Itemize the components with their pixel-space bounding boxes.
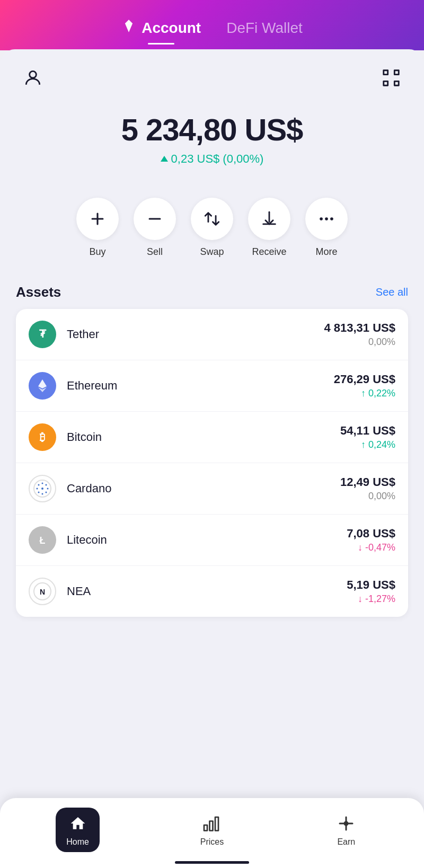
ada-values: 12,49 US$ 0,00% xyxy=(340,475,395,502)
btc-logo: ₿ xyxy=(29,423,56,451)
prices-label: Prices xyxy=(200,837,224,847)
ltc-logo: Ł xyxy=(29,526,56,554)
profile-button[interactable] xyxy=(19,64,47,92)
tether-name: Tether xyxy=(67,327,324,341)
nea-logo: N xyxy=(29,578,56,605)
defi-tab[interactable]: DeFi Wallet xyxy=(214,14,315,42)
svg-text:₮: ₮ xyxy=(39,328,47,340)
btc-pct: ↑ 0,24% xyxy=(340,439,395,450)
main-card: 5 234,80 US$ 0,23 US$ (0,00%) Buy S xyxy=(0,49,424,867)
swap-action[interactable]: Swap xyxy=(191,198,233,258)
btc-name: Bitcoin xyxy=(67,430,340,444)
ada-usd: 12,49 US$ xyxy=(340,475,395,489)
asset-row-nea[interactable]: N NEA 5,19 US$ ↓ -1,27% xyxy=(16,566,408,617)
more-action[interactable]: More xyxy=(305,198,348,258)
svg-rect-28 xyxy=(204,825,207,831)
top-icons-row xyxy=(0,49,424,97)
svg-point-16 xyxy=(42,493,43,494)
receive-action[interactable]: Receive xyxy=(248,198,290,258)
ltc-usd: 7,08 US$ xyxy=(347,527,395,541)
home-icon xyxy=(67,813,89,834)
svg-rect-29 xyxy=(209,821,213,831)
ltc-pct: ↓ -0,47% xyxy=(347,542,395,553)
eth-logo xyxy=(29,372,56,400)
nea-name: NEA xyxy=(67,584,347,598)
svg-point-0 xyxy=(30,71,37,78)
assets-section: Assets See all ₮ Tether 4 813,31 US$ 0,0… xyxy=(0,273,424,617)
svg-point-4 xyxy=(320,217,323,220)
prices-icon xyxy=(201,813,223,834)
nea-pct: ↓ -1,27% xyxy=(347,594,395,605)
ada-name: Cardano xyxy=(67,482,340,495)
nav-home[interactable]: Home xyxy=(11,808,145,852)
svg-text:₿: ₿ xyxy=(40,431,45,443)
eth-usd: 276,29 US$ xyxy=(334,373,395,386)
earn-label: Earn xyxy=(337,837,355,847)
ltc-name: Litecoin xyxy=(67,533,347,547)
svg-point-23 xyxy=(41,488,43,490)
btc-values: 54,11 US$ ↑ 0,24% xyxy=(340,424,395,450)
home-pill: Home xyxy=(56,808,100,852)
see-all-button[interactable]: See all xyxy=(376,286,408,298)
more-label: More xyxy=(315,246,337,258)
tether-usd: 4 813,31 US$ xyxy=(324,321,395,335)
change-amount: 0,23 US$ xyxy=(171,152,220,166)
tether-logo: ₮ xyxy=(29,321,56,348)
buy-label: Buy xyxy=(89,246,105,258)
asset-row-ltc[interactable]: Ł Litecoin 7,08 US$ ↓ -0,47% xyxy=(16,515,408,566)
balance-amount: 5 234,80 US$ xyxy=(11,113,413,147)
swap-circle xyxy=(191,198,233,240)
assets-header: Assets See all xyxy=(16,284,408,300)
svg-point-33 xyxy=(344,822,348,825)
svg-text:N: N xyxy=(40,588,45,596)
asset-row-eth[interactable]: Ethereum 276,29 US$ ↑ 0,22% xyxy=(16,360,408,412)
nea-usd: 5,19 US$ xyxy=(347,578,395,592)
receive-label: Receive xyxy=(252,246,286,258)
sell-label: Sell xyxy=(147,246,163,258)
svg-rect-30 xyxy=(215,817,218,831)
asset-row-btc[interactable]: ₿ Bitcoin 54,11 US$ ↑ 0,24% xyxy=(16,412,408,463)
btc-usd: 54,11 US$ xyxy=(340,424,395,438)
svg-point-22 xyxy=(38,491,40,493)
more-circle xyxy=(305,198,348,240)
change-pct: (0,00%) xyxy=(223,152,263,166)
asset-list: ₮ Tether 4 813,31 US$ 0,00% xyxy=(16,309,408,617)
svg-text:Ł: Ł xyxy=(40,535,46,546)
up-arrow-icon xyxy=(161,156,168,162)
tether-pct: 0,00% xyxy=(324,336,395,348)
asset-row-ada[interactable]: Cardano 12,49 US$ 0,00% xyxy=(16,463,408,515)
nav-prices[interactable]: Prices xyxy=(145,813,279,847)
tether-values: 4 813,31 US$ 0,00% xyxy=(324,321,395,348)
asset-row-tether[interactable]: ₮ Tether 4 813,31 US$ 0,00% xyxy=(16,309,408,360)
svg-point-17 xyxy=(37,488,38,489)
account-tab[interactable]: Account xyxy=(109,13,214,42)
scan-button[interactable] xyxy=(377,64,405,92)
account-tab-label: Account xyxy=(142,20,201,37)
sell-circle xyxy=(134,198,176,240)
svg-point-18 xyxy=(47,488,49,489)
diamond-icon xyxy=(121,19,136,37)
svg-point-15 xyxy=(42,482,43,484)
bottom-indicator xyxy=(175,861,249,864)
svg-point-5 xyxy=(325,217,328,220)
swap-label: Swap xyxy=(200,246,224,258)
defi-tab-label: DeFi Wallet xyxy=(226,20,303,37)
assets-title: Assets xyxy=(16,284,61,300)
header: Account DeFi Wallet xyxy=(0,0,424,50)
ada-pct: 0,00% xyxy=(340,491,395,502)
receive-circle xyxy=(248,198,290,240)
bottom-nav: Home Prices Earn xyxy=(0,798,424,868)
nea-values: 5,19 US$ ↓ -1,27% xyxy=(347,578,395,605)
buy-action[interactable]: Buy xyxy=(76,198,119,258)
balance-change: 0,23 US$ (0,00%) xyxy=(11,152,413,166)
sell-action[interactable]: Sell xyxy=(134,198,176,258)
balance-section: 5 234,80 US$ 0,23 US$ (0,00%) xyxy=(0,97,424,176)
svg-point-21 xyxy=(46,484,47,485)
actions-row: Buy Sell Swap xyxy=(0,176,424,273)
ada-logo xyxy=(29,475,56,502)
svg-point-20 xyxy=(46,491,47,493)
eth-name: Ethereum xyxy=(67,379,334,393)
nav-earn[interactable]: Earn xyxy=(279,813,413,847)
ltc-values: 7,08 US$ ↓ -0,47% xyxy=(347,527,395,553)
earn-icon xyxy=(335,813,357,834)
